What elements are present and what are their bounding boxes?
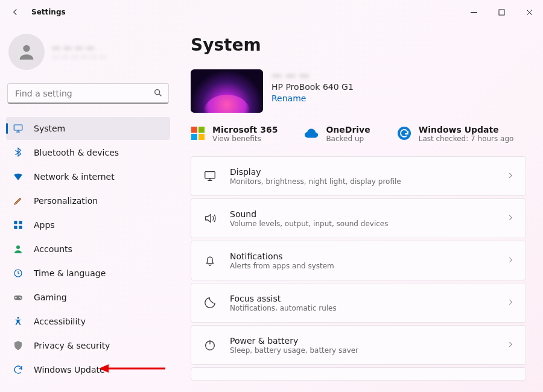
card-focus[interactable]: Focus assist Notifications, automatic ru… bbox=[191, 283, 526, 323]
search-box bbox=[7, 83, 169, 104]
card-sound[interactable]: Sound Volume levels, output, input, soun… bbox=[191, 198, 526, 238]
search-input[interactable] bbox=[7, 83, 169, 104]
card-power[interactable]: Power & battery Sleep, battery usage, ba… bbox=[191, 325, 526, 365]
sidebar-item-personalize[interactable]: Personalization bbox=[6, 189, 170, 212]
page-title: System bbox=[191, 35, 526, 55]
time-icon bbox=[12, 267, 24, 279]
m365-icon bbox=[191, 126, 205, 141]
svg-rect-7 bbox=[19, 226, 22, 229]
sidebar-item-label: Windows Update bbox=[34, 365, 105, 375]
update-icon bbox=[12, 364, 24, 376]
device-summary: — — — HP ProBook 640 G1 Rename bbox=[191, 69, 526, 113]
device-wallpaper-thumb bbox=[191, 69, 263, 113]
profile-email: — — — — — — bbox=[52, 52, 107, 61]
sidebar: — — — — — — — — — — System Bluetooth & d… bbox=[0, 24, 176, 392]
network-icon bbox=[12, 171, 24, 183]
sidebar-item-label: Apps bbox=[34, 220, 55, 230]
minimize-button[interactable] bbox=[460, 0, 487, 24]
settings-card-list: Display Monitors, brightness, night ligh… bbox=[191, 156, 526, 381]
sound-icon bbox=[202, 212, 218, 225]
sidebar-item-accessibility[interactable]: Accessibility bbox=[6, 310, 170, 333]
svg-point-8 bbox=[16, 245, 20, 249]
svg-point-1 bbox=[23, 45, 30, 52]
maximize-button[interactable] bbox=[487, 0, 515, 24]
window-title: Settings bbox=[31, 8, 66, 16]
sidebar-item-time[interactable]: Time & language bbox=[6, 262, 170, 285]
privacy-icon bbox=[12, 340, 24, 352]
card-subtitle: Notifications, automatic rules bbox=[230, 304, 337, 312]
svg-rect-3 bbox=[14, 125, 22, 130]
status-m365[interactable]: Microsoft 365 View benefits bbox=[191, 125, 278, 143]
chevron-right-icon bbox=[506, 171, 515, 182]
sidebar-item-label: Privacy & security bbox=[34, 341, 110, 350]
sidebar-item-privacy[interactable]: Privacy & security bbox=[6, 334, 170, 357]
sidebar-item-label: Accounts bbox=[34, 244, 72, 254]
titlebar: Settings bbox=[0, 0, 543, 24]
status-subtitle: Backed up bbox=[326, 134, 370, 143]
chevron-right-icon bbox=[506, 255, 515, 267]
svg-point-2 bbox=[155, 90, 160, 95]
card-partial[interactable] bbox=[191, 367, 526, 381]
accounts-icon bbox=[12, 243, 24, 255]
svg-point-14 bbox=[398, 127, 411, 140]
sidebar-item-network[interactable]: Network & internet bbox=[6, 165, 170, 188]
status-title: Windows Update bbox=[419, 125, 514, 134]
system-icon bbox=[12, 122, 24, 134]
svg-rect-6 bbox=[14, 226, 17, 229]
sidebar-item-update[interactable]: Windows Update bbox=[6, 358, 170, 381]
focus-icon bbox=[202, 296, 218, 309]
sidebar-item-label: System bbox=[34, 124, 65, 133]
svg-point-13 bbox=[17, 317, 19, 319]
card-subtitle: Alerts from apps and system bbox=[230, 262, 334, 270]
search-icon bbox=[153, 88, 163, 100]
sidebar-nav: System Bluetooth & devices Network & int… bbox=[6, 117, 170, 381]
card-title: Focus assist bbox=[230, 294, 337, 303]
profile-name: — — — — bbox=[52, 43, 107, 52]
apps-icon bbox=[12, 219, 24, 231]
back-button[interactable] bbox=[8, 5, 23, 19]
gaming-icon bbox=[12, 291, 24, 303]
sidebar-item-apps[interactable]: Apps bbox=[6, 213, 170, 236]
card-subtitle: Monitors, brightness, night light, displ… bbox=[230, 177, 401, 186]
notif-icon bbox=[202, 254, 218, 267]
close-button[interactable] bbox=[515, 0, 543, 24]
chevron-right-icon bbox=[506, 340, 515, 351]
onedrive-icon bbox=[304, 126, 319, 141]
sidebar-item-label: Time & language bbox=[34, 268, 106, 278]
chevron-right-icon bbox=[506, 297, 515, 309]
power-icon bbox=[202, 338, 218, 352]
sidebar-item-label: Network & internet bbox=[34, 172, 115, 182]
svg-rect-5 bbox=[19, 221, 22, 224]
device-model: HP ProBook 640 G1 bbox=[272, 82, 354, 92]
card-notif[interactable]: Notifications Alerts from apps and syste… bbox=[191, 241, 526, 280]
status-subtitle: View benefits bbox=[212, 134, 278, 143]
svg-point-11 bbox=[19, 297, 21, 298]
sidebar-item-bluetooth[interactable]: Bluetooth & devices bbox=[6, 141, 170, 164]
profile-block[interactable]: — — — — — — — — — — bbox=[6, 30, 170, 83]
main-content: System — — — HP ProBook 640 G1 Rename Mi… bbox=[176, 24, 543, 392]
svg-rect-4 bbox=[14, 221, 17, 224]
card-title: Display bbox=[230, 167, 401, 177]
status-title: Microsoft 365 bbox=[212, 125, 278, 134]
rename-link[interactable]: Rename bbox=[272, 93, 354, 103]
sidebar-item-label: Accessibility bbox=[34, 317, 86, 326]
card-display[interactable]: Display Monitors, brightness, night ligh… bbox=[191, 156, 526, 196]
status-row: Microsoft 365 View benefits OneDrive Bac… bbox=[191, 125, 526, 143]
sidebar-item-gaming[interactable]: Gaming bbox=[6, 286, 170, 309]
status-onedrive[interactable]: OneDrive Backed up bbox=[304, 125, 370, 143]
status-update[interactable]: Windows Update Last checked: 7 hours ago bbox=[397, 125, 514, 143]
status-subtitle: Last checked: 7 hours ago bbox=[419, 134, 514, 143]
sidebar-item-label: Bluetooth & devices bbox=[34, 148, 119, 157]
card-subtitle: Sleep, battery usage, battery saver bbox=[230, 346, 358, 355]
svg-rect-0 bbox=[499, 10, 504, 15]
display-icon bbox=[202, 169, 218, 183]
card-title: Power & battery bbox=[230, 336, 358, 346]
card-subtitle: Volume levels, output, input, sound devi… bbox=[230, 220, 388, 228]
bluetooth-icon bbox=[12, 147, 24, 159]
sidebar-item-system[interactable]: System bbox=[6, 117, 170, 140]
card-title: Sound bbox=[230, 209, 388, 219]
svg-rect-15 bbox=[205, 172, 215, 179]
sidebar-item-accounts[interactable]: Accounts bbox=[6, 238, 170, 261]
avatar bbox=[8, 34, 45, 70]
card-title: Notifications bbox=[230, 251, 334, 261]
